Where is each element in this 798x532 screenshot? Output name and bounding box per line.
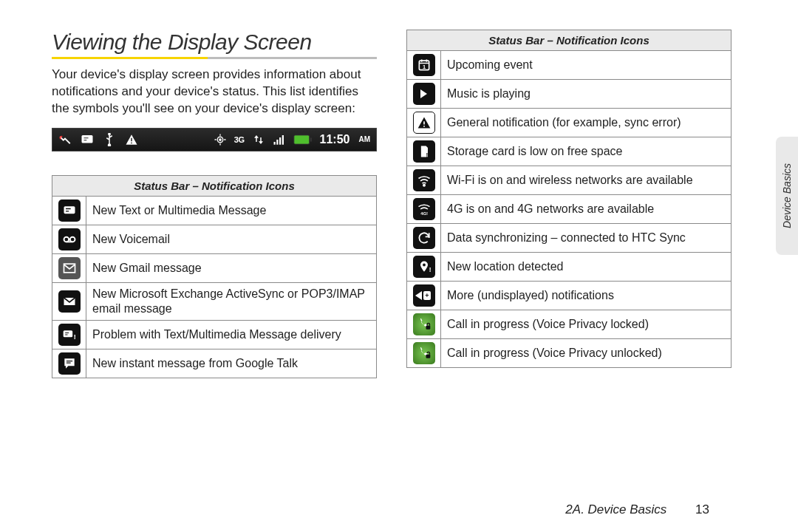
icon-description: 4G is on and 4G networks are available [441,195,732,224]
heading-rule [52,57,377,59]
svg-text:!: ! [73,333,75,341]
svg-rect-29 [426,355,430,358]
voicemail-icon [52,225,86,253]
sms-icon [81,133,94,146]
icon-description: New location detected [441,253,732,282]
svg-rect-3 [131,138,132,142]
side-tab: Device Basics [776,137,798,255]
play-icon [407,80,441,109]
table-row: Call in progress (Voice Privacy locked) [407,310,732,339]
fourg-avail-icon: 4G! [407,195,441,224]
page-heading: Viewing the Display Screen [52,30,377,55]
svg-point-26 [423,264,426,267]
calendar-icon: 1 [407,51,441,80]
table-row: Wi-Fi is on and wireless networks are av… [407,166,732,195]
footer-page-number: 13 [695,502,709,516]
call-unlocked-icon [407,339,441,368]
svg-text:!: ! [426,151,428,159]
icon-description: New Voicemail [86,225,377,253]
table-row: New Text or Multimedia Message [52,196,377,225]
table-row: New Microsoft Exchange ActiveSync or POP… [52,282,377,320]
location-icon: ! [407,253,441,282]
sms-error-icon: ! [52,320,86,349]
table-row: +More (undisplayed) notifications [407,282,732,310]
status-bar-preview: 3G 11:50AM [52,128,377,151]
icon-description: Wi-Fi is on and wireless networks are av… [441,166,732,195]
svg-rect-22 [423,126,425,127]
notification-icons-table-left: Status Bar – Notification Icons New Text… [52,175,377,378]
sync-icon [407,224,441,253]
table-row: Data synchronizing – connected to HTC Sy… [407,224,732,253]
table-header: Status Bar – Notification Icons [52,175,377,196]
svg-rect-10 [282,135,283,145]
table-row: 4G!4G is on and 4G networks are availabl… [407,195,732,224]
svg-point-15 [69,236,75,242]
svg-rect-28 [426,326,430,330]
icon-description: Call in progress (Voice Privacy locked) [441,310,732,339]
icon-description: Call in progress (Voice Privacy unlocked… [441,339,732,368]
svg-point-6 [219,139,221,140]
missed-call-icon [58,133,72,146]
side-tab-label: Device Basics [781,163,793,228]
table-row: !Problem with Text/Multimedia Message de… [52,320,377,349]
svg-rect-4 [131,143,132,144]
table-row: General notification (for example, sync … [407,109,732,137]
warning-icon [407,109,441,137]
usb-icon [103,133,116,146]
table-row: Call in progress (Voice Privacy unlocked… [407,339,732,368]
table-header: Status Bar – Notification Icons [407,30,732,51]
icon-description: Upcoming event [441,51,732,80]
svg-text:!: ! [429,266,431,273]
svg-text:1: 1 [422,64,425,70]
page-footer: 2A. Device Basics 13 [565,502,709,517]
chat-icon [52,349,86,378]
wifi-avail-icon [407,166,441,195]
table-row: New Voicemail [52,225,377,253]
call-locked-icon [407,310,441,339]
table-row: 1Upcoming event [407,51,732,80]
notification-icons-table-right: Status Bar – Notification Icons 1Upcomin… [406,30,732,368]
table-row: New instant message from Google Talk [52,349,377,378]
gps-icon [214,133,227,146]
intro-paragraph: Your device's display screen provides in… [52,66,377,117]
svg-rect-8 [276,140,278,145]
svg-rect-11 [293,135,309,144]
footer-section: 2A. Device Basics [565,502,666,516]
network-3g-label: 3G [234,135,245,144]
icon-description: New Gmail message [86,253,377,282]
table-row: Music is playing [407,80,732,109]
svg-text:4G!: 4G! [420,211,428,216]
icon-description: Problem with Text/Multimedia Message del… [86,320,377,349]
svg-rect-21 [423,121,425,124]
warning-icon [125,133,138,146]
svg-point-14 [64,236,69,242]
svg-rect-12 [310,137,312,141]
table-row: New Gmail message [52,253,377,282]
icon-description: Data synchronizing – connected to HTC Sy… [441,224,732,253]
icon-description: Music is playing [441,80,732,109]
svg-rect-0 [82,135,93,143]
icon-description: New Microsoft Exchange ActiveSync or POP… [86,282,377,320]
svg-rect-13 [64,206,75,214]
svg-rect-9 [279,137,281,145]
more-notif-icon: + [407,282,441,310]
gmail-icon [52,253,86,282]
mail-icon [52,282,86,320]
clock-time: 11:50 [320,133,350,146]
battery-icon [293,133,313,146]
svg-point-1 [109,144,111,146]
icon-description: New Text or Multimedia Message [86,196,377,225]
icon-description: Storage card is low on free space [441,137,732,166]
data-arrows-icon [252,133,265,146]
sms-icon [52,196,86,225]
table-row: !New location detected [407,253,732,282]
icon-description: General notification (for example, sync … [441,109,732,137]
svg-rect-17 [63,330,72,337]
clock-ampm: AM [358,135,370,143]
table-row: !Storage card is low on free space [407,137,732,166]
sdcard-low-icon: ! [407,137,441,166]
svg-point-24 [423,185,424,186]
signal-icon [273,133,286,146]
icon-description: More (undisplayed) notifications [441,282,732,310]
svg-rect-7 [273,142,275,145]
